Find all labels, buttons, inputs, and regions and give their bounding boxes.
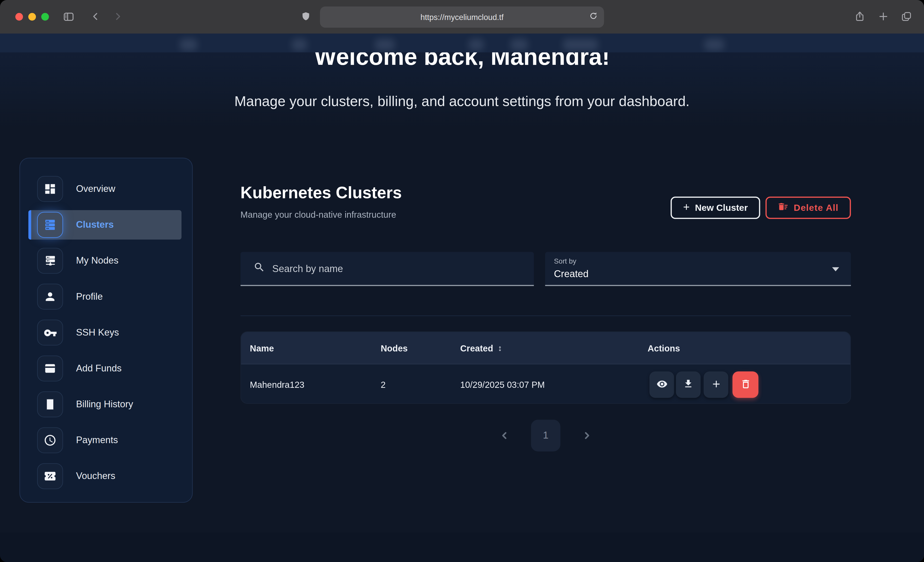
forward-icon[interactable]	[111, 10, 124, 23]
header-actions: + New Cluster Delete All	[670, 196, 851, 219]
cluster-nodes-cell: 2	[381, 364, 386, 404]
add-node-icon	[710, 378, 722, 391]
download-icon	[683, 378, 693, 391]
sidebar-item-my-nodes[interactable]: My Nodes	[28, 246, 181, 275]
sidebar-item-label: Add Funds	[76, 363, 122, 374]
sidebar-item-ssh-keys[interactable]: SSH Keys	[28, 318, 181, 347]
pagination: 1	[240, 419, 851, 451]
plus-icon: +	[683, 201, 690, 214]
page-content: Welcome back, Mahendra! Manage your clus…	[0, 34, 924, 562]
sidebar-item-label: Vouchers	[76, 471, 115, 481]
add-node-button[interactable]	[704, 371, 729, 398]
chevron-right-icon[interactable]	[580, 429, 593, 442]
blur-blob	[468, 39, 484, 51]
clock-icon	[37, 427, 63, 453]
shield-icon[interactable]	[299, 10, 312, 23]
blur-blob	[180, 39, 198, 51]
sort-updown-icon: ↕	[498, 343, 502, 353]
voucher-icon	[37, 463, 63, 489]
download-kubeconfig-button[interactable]	[676, 371, 701, 398]
sidebar-item-clusters[interactable]: Clusters	[28, 210, 181, 239]
page-number[interactable]: 1	[531, 419, 560, 451]
dashboard-icon	[37, 176, 63, 202]
column-header-created[interactable]: Created ↕	[460, 332, 502, 364]
clusters-table: Name Nodes Created ↕ Actions Mahendra123…	[240, 332, 851, 404]
nodes-icon	[37, 248, 63, 274]
sidebar-item-profile[interactable]: Profile	[28, 282, 181, 311]
new-cluster-button[interactable]: + New Cluster	[670, 196, 760, 219]
blur-blob	[510, 39, 528, 51]
sidebar-item-label: Billing History	[76, 399, 133, 410]
sort-by-label: Sort by	[554, 257, 576, 265]
sidebar-item-label: Payments	[76, 435, 118, 445]
sort-select[interactable]: Sort by Created	[545, 252, 851, 286]
search-input[interactable]	[272, 263, 508, 274]
sidebar-item-add-funds[interactable]: Add Funds	[28, 354, 181, 383]
page-subtitle: Manage your cloud-native infrastructure	[240, 209, 396, 220]
sidebar-item-label: Profile	[76, 291, 103, 302]
table-header: Name Nodes Created ↕ Actions	[241, 332, 850, 364]
chevron-left-icon[interactable]	[498, 429, 511, 442]
sidebar-item-label: Clusters	[76, 220, 114, 230]
sidebar-item-vouchers[interactable]: Vouchers	[28, 461, 181, 491]
top-sticky-band	[0, 34, 924, 52]
cluster-name-cell: Mahendra123	[250, 364, 304, 404]
sidebar-item-label: Overview	[76, 184, 115, 194]
browser-window: https://myceliumcloud.tf	[0, 0, 924, 562]
sidebar-nav: Overview	[20, 158, 193, 503]
section-divider	[240, 315, 851, 316]
new-cluster-label: New Cluster	[695, 202, 748, 213]
sidebar-item-label: SSH Keys	[76, 327, 119, 338]
clusters-panel: Kubernetes Clusters Manage your cloud-na…	[240, 158, 851, 562]
wallet-icon	[37, 356, 63, 381]
clusters-icon	[37, 212, 63, 238]
blur-blob	[375, 39, 394, 51]
search-icon	[254, 261, 265, 275]
url-text: https://myceliumcloud.tf	[420, 13, 503, 21]
view-icon	[656, 378, 668, 391]
tabs-overview-icon[interactable]	[900, 10, 913, 23]
sidebar-item-overview[interactable]: Overview	[28, 174, 181, 204]
receipt-icon	[37, 392, 63, 417]
sort-value: Created	[554, 268, 588, 280]
blur-blob	[292, 39, 307, 51]
delete-all-button[interactable]: Delete All	[765, 196, 851, 219]
column-header-name: Name	[250, 332, 274, 364]
back-icon[interactable]	[89, 10, 102, 23]
screen: https://myceliumcloud.tf	[0, 0, 924, 562]
view-cluster-button[interactable]	[650, 371, 674, 398]
minimize-window-button[interactable]	[28, 13, 36, 21]
browser-toolbar: https://myceliumcloud.tf	[0, 0, 924, 34]
close-window-button[interactable]	[15, 13, 23, 21]
column-header-nodes: Nodes	[381, 332, 408, 364]
new-tab-icon[interactable]	[877, 10, 890, 23]
reload-icon[interactable]	[588, 10, 598, 24]
delete-icon	[740, 378, 751, 391]
welcome-subtitle: Manage your clusters, billing, and accou…	[0, 93, 924, 110]
sidebar-toggle-icon[interactable]	[62, 10, 75, 23]
key-icon	[37, 320, 63, 345]
cluster-created-cell: 10/29/2025 03:07 PM	[460, 364, 545, 404]
address-bar[interactable]: https://myceliumcloud.tf	[320, 6, 604, 28]
blur-blob	[704, 39, 724, 51]
search-field[interactable]	[240, 252, 534, 286]
zoom-window-button[interactable]	[41, 13, 49, 21]
delete-all-label: Delete All	[794, 202, 838, 213]
delete-cluster-button[interactable]	[732, 371, 758, 398]
sidebar-item-payments[interactable]: Payments	[28, 426, 181, 455]
share-icon[interactable]	[853, 10, 866, 23]
dropdown-arrow-icon	[832, 267, 839, 271]
sidebar-item-billing-history[interactable]: Billing History	[28, 390, 181, 419]
table-row: Mahendra123 2 10/29/2025 03:07 PM	[241, 364, 850, 404]
blur-blob	[562, 39, 598, 51]
page-title: Kubernetes Clusters	[240, 184, 402, 203]
sidebar-item-label: My Nodes	[76, 256, 118, 266]
delete-sweep-icon	[778, 201, 788, 214]
person-icon	[37, 284, 63, 310]
column-header-actions: Actions	[648, 332, 680, 364]
